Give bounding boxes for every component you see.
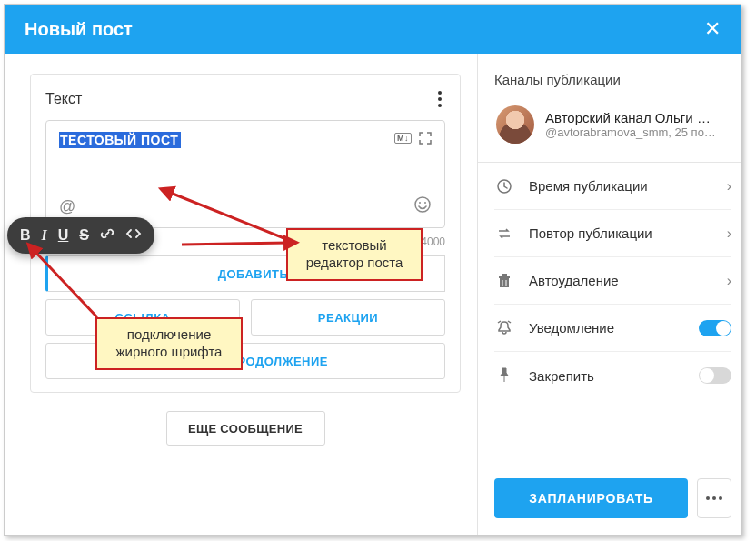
titlebar: Новый пост ✕ [5,5,741,54]
row-label: Время публикации [529,178,712,194]
clock-icon [494,178,514,195]
channels-title: Каналы публикации [494,72,731,87]
chevron-right-icon: › [727,273,731,289]
pin-icon [494,367,514,384]
callout-bold: подключение жирного шрифта [95,317,243,370]
code-icon[interactable] [125,226,142,245]
svg-line-13 [508,321,511,323]
svg-rect-7 [499,276,510,278]
svg-rect-8 [500,278,509,287]
schedule-button[interactable]: ЗАПЛАНИРОВАТЬ [494,478,688,518]
mention-icon[interactable]: @ [59,197,75,216]
autodelete-row[interactable]: Автоудаление › [494,257,731,305]
close-icon[interactable]: ✕ [704,17,721,41]
strike-icon[interactable]: S [79,227,89,244]
row-label: Закрепить [529,368,684,384]
bell-icon [494,320,514,336]
svg-line-4 [34,250,97,317]
chevron-right-icon: › [727,225,731,242]
emoji-icon[interactable] [413,195,432,218]
card-more-icon[interactable] [434,87,445,111]
channel-name: Авторский канал Ольги … [545,110,724,125]
reactions-button[interactable]: РЕАКЦИИ [251,299,445,336]
row-label: Автоудаление [529,273,712,288]
annotation-arrow [173,199,309,257]
pin-row[interactable]: Закрепить [494,352,731,399]
svg-line-5 [182,243,289,245]
avatar [496,105,534,144]
expand-icon[interactable] [419,132,432,145]
row-label: Повтор публикации [529,225,712,241]
underline-icon[interactable]: U [58,227,69,244]
channel-handle: @avtorabramova_smm, 25 по… [545,125,724,139]
row-label: Уведомление [529,320,684,336]
svg-rect-9 [502,274,507,276]
link-icon[interactable] [100,226,114,245]
markdown-badge-icon[interactable]: M↓ [394,133,412,144]
channel-row[interactable]: Авторский канал Ольги … @avtorabramova_s… [494,100,731,158]
selected-text: ТЕСТОВЫЙ ПОСТ [59,132,181,148]
svg-point-1 [419,202,421,204]
card-label: Текст [45,91,434,107]
more-message-button[interactable]: ЕЩЕ СООБЩЕНИЕ [166,411,325,446]
svg-point-0 [415,197,430,212]
more-actions-button[interactable] [697,478,731,518]
chevron-right-icon: › [727,178,731,195]
bold-icon[interactable]: B [20,227,31,244]
dialog-title: Новый пост [25,19,704,40]
publish-time-row[interactable]: Время публикации › [494,163,731,210]
notify-toggle[interactable] [699,320,731,336]
notification-row[interactable]: Уведомление [494,305,731,352]
italic-icon[interactable]: I [42,227,47,244]
trash-icon [494,273,514,289]
pin-toggle[interactable] [699,367,731,384]
svg-point-2 [424,202,426,204]
svg-line-12 [498,321,501,323]
repeat-row[interactable]: Повтор публикации › [494,210,731,257]
repeat-icon [494,225,514,242]
annotation-arrow [25,245,106,330]
